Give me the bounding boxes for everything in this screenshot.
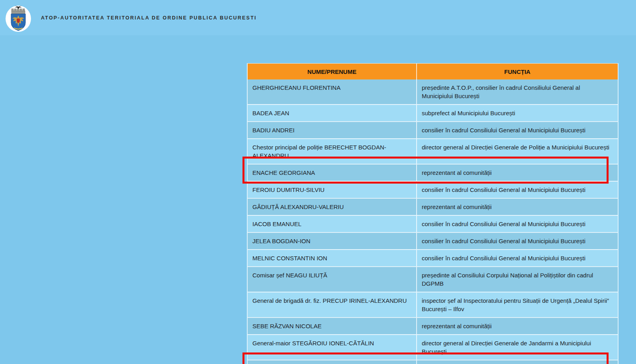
table-row: MELNIC CONSTANTIN ION consilier în cadru… bbox=[248, 249, 618, 266]
member-name-cell: Chestor principal de poliție BERECHET BO… bbox=[248, 139, 417, 164]
table-header-row: NUME/PRENUME FUNCȚIA bbox=[248, 64, 618, 79]
table-row: IACOB EMANUEL consilier în cadrul Consil… bbox=[248, 215, 618, 232]
member-function-cell: director general al Direcției Generale d… bbox=[417, 360, 618, 364]
member-function-cell: inspector șef al Inspectoratului pentru … bbox=[417, 292, 618, 317]
member-name-cell: Comisar șef NEAGU ILIUȚĂ bbox=[248, 267, 417, 292]
member-name-cell: GÂDIUȚĂ ALEXANDRU-VALERIU bbox=[248, 199, 417, 215]
table-row: JELEA BOGDAN-ION consilier în cadrul Con… bbox=[248, 232, 618, 249]
member-function-cell: consilier în cadrul Consiliului General … bbox=[417, 122, 618, 138]
table-row: GÂDIUȚĂ ALEXANDRU-VALERIU reprezentant a… bbox=[248, 198, 618, 215]
bucharest-coat-of-arms-logo bbox=[5, 4, 31, 32]
table-row: FEROIU DUMITRU-SILVIU consilier în cadru… bbox=[248, 181, 618, 198]
table-body: GHERGHICEANU FLORENTINA președinte A.T.O… bbox=[248, 79, 618, 364]
member-name-cell bbox=[248, 360, 417, 364]
member-function-cell: director general al Direcției Generale d… bbox=[417, 335, 618, 360]
member-function-cell: președinte A.T.O.P., consilier în cadrul… bbox=[417, 79, 618, 104]
column-header-name: NUME/PRENUME bbox=[248, 64, 417, 79]
member-name-cell: GHERGHICEANU FLORENTINA bbox=[248, 79, 417, 104]
member-function-cell: președinte al Consiliului Corpului Națio… bbox=[417, 267, 618, 292]
member-name-cell: BADEA JEAN bbox=[248, 105, 417, 121]
table-row: GHERGHICEANU FLORENTINA președinte A.T.O… bbox=[248, 79, 618, 104]
table-row: BADEA JEAN subprefect al Municipiului Bu… bbox=[248, 104, 618, 121]
member-function-cell: director general al Direcției Generale d… bbox=[417, 139, 618, 164]
member-name-cell: JELEA BOGDAN-ION bbox=[248, 233, 417, 249]
column-header-function: FUNCȚIA bbox=[417, 64, 618, 79]
member-function-cell: subprefect al Municipiului București bbox=[417, 105, 618, 121]
member-function-cell: consilier în cadrul Consiliului General … bbox=[417, 182, 618, 198]
member-name-cell: General de brigadă dr. fiz. PRECUP IRINE… bbox=[248, 292, 417, 317]
top-header-band: ATOP-AUTORITATEA TERITORIALA DE ORDINE P… bbox=[0, 0, 636, 35]
member-function-cell: consilier în cadrul Consiliului General … bbox=[417, 250, 618, 266]
table-row: SEBE RĂZVAN NICOLAE reprezentant al comu… bbox=[248, 317, 618, 334]
member-function-cell: reprezentant al comunității bbox=[417, 165, 618, 181]
table-row: ENACHE GEORGIANA reprezentant al comunit… bbox=[248, 164, 618, 181]
table-row: director general al Direcției Generale d… bbox=[248, 360, 618, 364]
member-name-cell: MELNIC CONSTANTIN ION bbox=[248, 250, 417, 266]
table-row: Chestor principal de poliție BERECHET BO… bbox=[248, 138, 618, 164]
member-function-cell: reprezentant al comunității bbox=[417, 199, 618, 215]
table-row: Comisar șef NEAGU ILIUȚĂ președinte al C… bbox=[248, 266, 618, 292]
member-function-cell: reprezentant al comunității bbox=[417, 318, 618, 334]
member-name-cell: General-maior STEGĂROIU IONEL-CĂTĂLIN bbox=[248, 335, 417, 360]
member-function-cell: consilier în cadrul Consiliului General … bbox=[417, 216, 618, 232]
member-name-cell: IACOB EMANUEL bbox=[248, 216, 417, 232]
member-name-cell: BADIU ANDREI bbox=[248, 122, 417, 138]
table-row: General-maior STEGĂROIU IONEL-CĂTĂLIN di… bbox=[248, 334, 618, 360]
site-title: ATOP-AUTORITATEA TERITORIALA DE ORDINE P… bbox=[41, 15, 257, 21]
member-name-cell: ENACHE GEORGIANA bbox=[248, 165, 417, 181]
member-function-cell: consilier în cadrul Consiliului General … bbox=[417, 233, 618, 249]
member-name-cell: SEBE RĂZVAN NICOLAE bbox=[248, 318, 417, 334]
member-name-cell: FEROIU DUMITRU-SILVIU bbox=[248, 182, 417, 198]
table-row: General de brigadă dr. fiz. PRECUP IRINE… bbox=[248, 292, 618, 317]
members-table: NUME/PRENUME FUNCȚIA GHERGHICEANU FLOREN… bbox=[247, 63, 619, 364]
table-row: BADIU ANDREI consilier în cadrul Consili… bbox=[248, 121, 618, 138]
coat-of-arms-icon bbox=[5, 4, 31, 32]
